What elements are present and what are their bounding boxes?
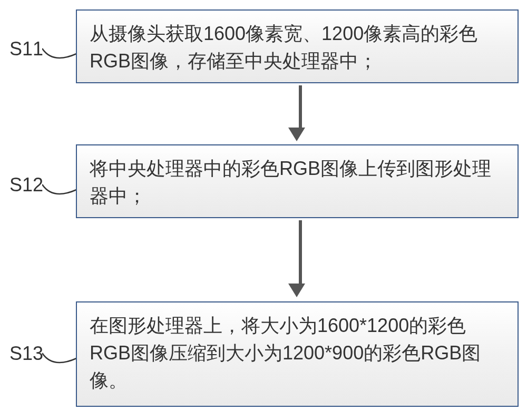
connector-s11 <box>42 43 79 64</box>
arrow-s12-s13 <box>295 220 305 297</box>
step-label-s12: S12 <box>9 174 43 196</box>
step-box-s12: 将中央处理器中的彩色RGB图像上传到图形处理器中； <box>76 144 519 218</box>
connector-s12 <box>42 179 79 200</box>
step-label-s13: S13 <box>9 343 43 365</box>
step-box-s13: 在图形处理器上，将大小为1600*1200的彩色RGB图像压缩到大小为1200*… <box>76 301 519 407</box>
connector-s13 <box>42 348 79 369</box>
step-box-s11: 从摄像头获取1600像素宽、1200像素高的彩色RGB图像，存储至中央处理器中； <box>76 9 519 83</box>
step-label-s11: S11 <box>9 38 43 60</box>
arrow-s11-s12 <box>295 85 305 141</box>
